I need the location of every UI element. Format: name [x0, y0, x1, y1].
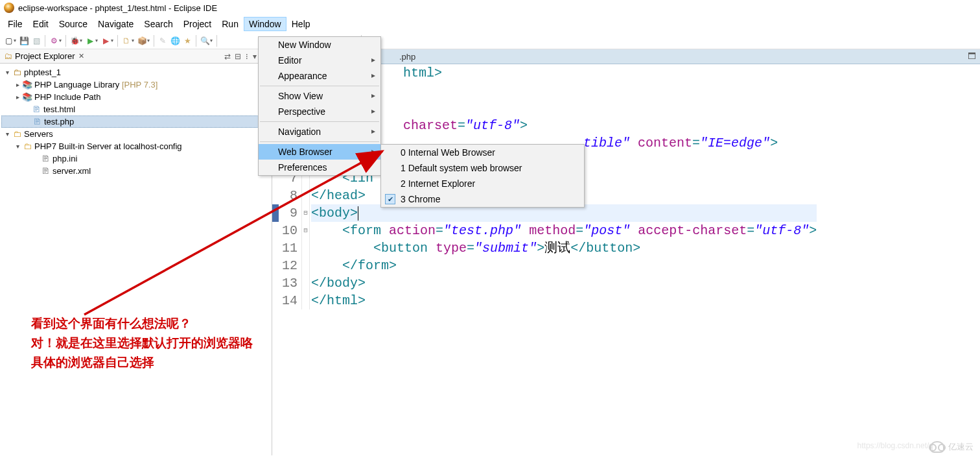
watermark-brand: 亿速云 [948, 441, 974, 453]
web-browser-submenu[interactable]: 0 Internal Web Browser 1 Default system … [380, 144, 585, 208]
restore-icon[interactable]: 🗖 [968, 51, 976, 61]
tree-include-path[interactable]: ▸ 📚 PHP Include Path [1, 91, 270, 103]
tree-file-xml[interactable]: 🖹 server.xml [1, 165, 270, 177]
include-path-icon: 📚 [22, 92, 32, 102]
separator [260, 121, 379, 122]
library-icon: 📚 [22, 80, 32, 90]
view-menu-icon[interactable]: ▾ [253, 52, 257, 61]
browser-default-system[interactable]: 1 Default system web browser [381, 160, 584, 176]
star-icon[interactable]: ★ [181, 35, 193, 47]
menu-show-view[interactable]: Show View [259, 88, 380, 104]
window-title: eclipse-workspace - phptest_1/test.html … [18, 3, 217, 13]
menu-appearance[interactable]: Appearance [259, 68, 380, 84]
menu-search[interactable]: Search [139, 17, 178, 31]
menu-file[interactable]: File [3, 17, 28, 31]
html-file-icon: 🖹 [31, 104, 41, 114]
php-file-icon: 🖹 [32, 117, 42, 127]
tree-label: PHP Include Path [34, 92, 100, 102]
close-view-icon[interactable]: ✕ [78, 52, 84, 60]
title-bar: eclipse-workspace - phptest_1/test.html … [0, 0, 980, 16]
annotation-line3: 具体的浏览器自己选择 [31, 353, 154, 372]
tree-label: server.xml [52, 166, 91, 176]
filter-icon[interactable]: ⫶ [245, 52, 249, 61]
run-ext-icon[interactable]: ▶ [100, 35, 111, 47]
watermark: 亿速云 [930, 441, 974, 453]
project-explorer-title: Project Explorer [15, 51, 75, 61]
annotation-line2: 对！就是在这里选择默认打开的浏览器咯 [31, 333, 253, 353]
tree-label: php.ini [52, 154, 77, 163]
wand-icon[interactable]: ✎ [157, 35, 169, 47]
tree-file-ini[interactable]: 🖹 php.ini [1, 152, 270, 165]
menu-run[interactable]: Run [216, 17, 244, 31]
menu-source[interactable]: Source [54, 17, 93, 31]
menu-preferences[interactable]: Preferences [259, 160, 380, 175]
search-icon[interactable]: 🔍 [199, 35, 211, 47]
tree-icon: 🗂 [4, 51, 12, 61]
menu-new-window[interactable]: New Window [259, 37, 380, 53]
cloud-logo-icon [930, 441, 944, 453]
link-editor-icon[interactable]: ⇄ [224, 52, 231, 61]
browser-internal[interactable]: 0 Internal Web Browser [381, 145, 584, 160]
window-menu-dropdown[interactable]: New Window Editor Appearance Show View P… [258, 36, 381, 176]
separator [260, 86, 379, 86]
menu-navigation[interactable]: Navigation [259, 124, 380, 139]
collapse-icon[interactable]: ⊟ [235, 52, 241, 61]
menu-project[interactable]: Project [178, 17, 217, 31]
menu-web-browser[interactable]: Web Browser [259, 144, 380, 160]
text-cursor [358, 206, 358, 221]
editor-tab-php[interactable]: .php [395, 50, 419, 64]
project-tree[interactable]: ▾ 🗀 phptest_1 ▸ 📚 PHP Language Library [… [0, 64, 272, 180]
menu-editor[interactable]: Editor [259, 53, 380, 68]
tree-file-php[interactable]: 🖹 test.php [1, 115, 270, 128]
tree-server-config[interactable]: ▾ 🗀 PHP7 Built-in Server at localhost-co… [1, 140, 270, 152]
tree-label: Servers [24, 129, 53, 139]
new-icon[interactable]: ▢ [3, 35, 14, 47]
tree-label: PHP7 Built-in Server at localhost-config [34, 141, 182, 151]
check-icon: ✔ [385, 194, 395, 204]
browser-ie[interactable]: 2 Internet Explorer [381, 176, 584, 191]
file-new-icon[interactable]: 🗋 [121, 35, 132, 47]
code-text: html> [395, 66, 442, 80]
package-icon[interactable]: 📦 [136, 35, 148, 47]
main-toolbar: ▢▾ 💾 ▧ ⚙▾ 🐞▾ ▶▾ ▶▾ 🗋▾ 📦▾ ✎ 🌐 ★ 🔍▾ ↩▾ 🗗 [0, 32, 980, 49]
browser-chrome[interactable]: ✔ 3 Chrome [381, 191, 584, 207]
tree-label: test.php [44, 117, 74, 127]
run-icon[interactable]: ▶ [84, 35, 96, 47]
folder-icon: 🗀 [22, 141, 32, 151]
save-all-icon[interactable]: ▧ [30, 35, 42, 47]
menu-edit[interactable]: Edit [28, 17, 54, 31]
tree-label: test.html [43, 104, 75, 114]
project-explorer-view: 🗂 Project Explorer ✕ ⇄ ⊟ ⫶ ▾ ▭ ▾ 🗀 phpte… [0, 49, 272, 455]
project-icon: 🗀 [12, 67, 22, 77]
menu-perspective[interactable]: Perspective [259, 104, 380, 119]
annotation-line1: 看到这个界面有什么想法呢？ [31, 314, 191, 333]
separator [260, 141, 379, 142]
tree-project[interactable]: ▾ 🗀 phptest_1 [1, 66, 270, 78]
ini-file-icon: 🖹 [40, 154, 51, 163]
tree-file-html[interactable]: 🖹 test.html [1, 103, 270, 115]
watermark-url: https://blog.csdn.net/q [858, 441, 933, 450]
tree-php-library[interactable]: ▸ 📚 PHP Language Library [PHP 7.3] [1, 78, 270, 91]
cog-icon[interactable]: ⚙ [48, 35, 60, 47]
browser-chrome-label: 3 Chrome [401, 194, 440, 204]
main-area: 🗂 Project Explorer ✕ ⇄ ⊟ ⫶ ▾ ▭ ▾ 🗀 phpte… [0, 49, 980, 455]
menu-navigate[interactable]: Navigate [93, 17, 139, 31]
menu-bar: File Edit Source Navigate Search Project… [0, 16, 980, 32]
xml-file-icon: 🖹 [40, 166, 51, 176]
tree-label: phptest_1 [24, 67, 61, 77]
tree-label: PHP Language Library [34, 80, 119, 90]
globe-icon[interactable]: 🌐 [169, 35, 181, 47]
project-explorer-tab[interactable]: 🗂 Project Explorer ✕ ⇄ ⊟ ⫶ ▾ ▭ [0, 49, 272, 64]
eclipse-icon [4, 3, 14, 13]
menu-window[interactable]: Window [244, 17, 286, 31]
debug-icon[interactable]: 🐞 [69, 35, 80, 47]
menu-help[interactable]: Help [286, 17, 316, 31]
folder-icon: 🗀 [12, 129, 22, 139]
save-icon[interactable]: 💾 [18, 35, 30, 47]
tree-servers[interactable]: ▾ 🗀 Servers [1, 128, 270, 140]
library-hint: [PHP 7.3] [122, 80, 158, 90]
